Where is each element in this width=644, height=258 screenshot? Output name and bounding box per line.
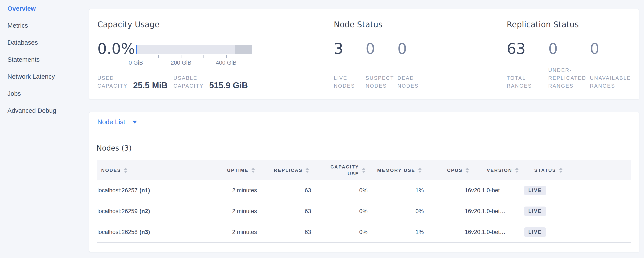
status-badge: LIVE [524, 227, 546, 237]
status-badge: LIVE [524, 207, 546, 216]
column-header-uptime[interactable]: UPTIME [210, 160, 257, 180]
node-status-section: Node Status 3 0 0 LIVE NODES SUSPECT NOD… [334, 9, 506, 99]
used-capacity-stat: USED CAPACITY 25.5 MiB [98, 74, 168, 90]
node-status-values: 3 0 0 [334, 41, 429, 56]
replication-status-title: Replication Status [507, 20, 579, 29]
node-status-title: Node Status [334, 20, 382, 29]
replicas-cell: 63 [257, 201, 311, 222]
column-header-cpus[interactable]: CPUS [424, 160, 471, 180]
usable-capacity-value: 515.9 GiB [209, 81, 248, 90]
status-cell: LIVE [524, 180, 631, 201]
sort-icon [418, 168, 422, 173]
sort-icon [466, 168, 469, 173]
memory-use-cell: 1% [368, 180, 424, 201]
total-ranges-count: 63 [507, 41, 548, 56]
column-header-version[interactable]: VERSION [471, 160, 524, 180]
used-capacity-label: USED CAPACITY [98, 74, 128, 90]
capacity-use-cell: 0% [311, 201, 368, 222]
nodes-table: NODES UPTIME REPLICAS CAPACITY USE MEMOR… [98, 160, 631, 243]
table-row: localhost:26258(n3) 2 minutes 63 0% 1% 1… [98, 222, 631, 243]
replication-values: 63 0 0 [507, 41, 632, 56]
status-badge: LIVE [524, 186, 546, 195]
node-id: (n1) [140, 187, 150, 194]
table-row: localhost:26257(n1) 2 minutes 63 0% 1% 1… [98, 180, 631, 201]
capacity-axis-labels: 0 GiB 200 GiB 400 GiB [136, 60, 252, 66]
sidebar-item-jobs[interactable]: Jobs [0, 85, 87, 102]
cpus-cell: 16 [424, 180, 471, 201]
column-header-capacity-use[interactable]: CAPACITY USE [311, 160, 368, 180]
dead-nodes-count: 0 [398, 41, 429, 56]
node-list-dropdown-label: Node List [98, 118, 125, 126]
used-capacity-value: 25.5 MiB [133, 81, 168, 90]
unavailable-ranges-label: UNAVAILABLE RANGES [590, 74, 632, 90]
node-address-cell[interactable]: localhost:26259(n2) [98, 201, 210, 222]
capacity-bar-reserved-segment [235, 45, 252, 54]
capacity-bar-used-segment [136, 45, 137, 54]
capacity-bar-track [136, 45, 252, 54]
memory-use-cell: 0% [368, 201, 424, 222]
status-cell: LIVE [524, 201, 631, 222]
sort-icon [515, 168, 518, 173]
axis-label: 200 GiB [170, 60, 192, 66]
memory-use-cell: 1% [368, 222, 424, 243]
cpus-cell: 16 [424, 201, 471, 222]
capacity-used-percent: 0.0% [98, 41, 135, 56]
chevron-down-icon [132, 120, 137, 123]
replicas-cell: 63 [257, 222, 311, 243]
axis-label: 400 GiB [216, 60, 236, 66]
node-address-cell[interactable]: localhost:26258(n3) [98, 222, 210, 243]
status-cell: LIVE [524, 222, 631, 243]
capacity-use-cell: 0% [311, 222, 368, 243]
under-replicated-ranges-label: UNDER- REPLICATED RANGES [548, 66, 590, 90]
uptime-cell: 2 minutes [210, 180, 257, 201]
sidebar-item-network-latency[interactable]: Network Latency [0, 68, 87, 85]
version-cell: v20.1.0-bet… [471, 222, 524, 243]
capacity-usage-section: Capacity Usage 0.0% 0 GiB 200 GiB 400 Gi… [98, 9, 333, 99]
live-nodes-label: LIVE NODES [334, 74, 366, 90]
capacity-usage-title: Capacity Usage [98, 20, 160, 29]
sidebar-item-metrics[interactable]: Metrics [0, 17, 87, 34]
usable-capacity-label: USABLE CAPACITY [174, 74, 204, 90]
cockroachdb-overview-page: Overview Metrics Databases Statements Ne… [0, 0, 644, 258]
sort-icon [124, 168, 127, 173]
replicas-cell: 63 [257, 180, 311, 201]
sidebar-item-databases[interactable]: Databases [0, 34, 87, 51]
node-address-cell[interactable]: localhost:26257(n1) [98, 180, 210, 201]
table-header-row: NODES UPTIME REPLICAS CAPACITY USE MEMOR… [98, 160, 631, 180]
capacity-axis-ticks [136, 55, 252, 58]
column-header-status[interactable]: STATUS [524, 160, 631, 180]
capacity-stats: USED CAPACITY 25.5 MiB USABLE CAPACITY 5… [98, 74, 248, 90]
uptime-cell: 2 minutes [210, 222, 257, 243]
nodes-section-title: Nodes (3) [96, 144, 132, 152]
version-cell: v20.1.0-bet… [471, 201, 524, 222]
column-header-nodes[interactable]: NODES [98, 160, 210, 180]
version-cell: v20.1.0-bet… [471, 180, 524, 201]
capacity-bar-chart: 0 GiB 200 GiB 400 GiB [136, 45, 252, 66]
live-nodes-count: 3 [334, 41, 366, 56]
cluster-summary-card: Capacity Usage 0.0% 0 GiB 200 GiB 400 Gi… [89, 9, 639, 99]
node-status-labels: LIVE NODES SUSPECT NODES DEAD NODES [334, 74, 429, 90]
sort-icon [559, 168, 562, 173]
cpus-cell: 16 [424, 222, 471, 243]
column-header-memory-use[interactable]: MEMORY USE [368, 160, 424, 180]
node-list-dropdown[interactable]: Node List [89, 112, 639, 132]
sidebar-item-overview[interactable]: Overview [0, 0, 87, 17]
node-list-card: Node List Nodes (3) NODES UPTIME [89, 112, 639, 252]
sort-icon [252, 168, 255, 173]
sort-icon [306, 168, 309, 173]
sidebar-item-advanced-debug[interactable]: Advanced Debug [0, 102, 87, 119]
node-id: (n3) [140, 229, 150, 235]
sidebar-item-statements[interactable]: Statements [0, 51, 87, 68]
column-header-replicas[interactable]: REPLICAS [257, 160, 311, 180]
usable-capacity-stat: USABLE CAPACITY 515.9 GiB [174, 74, 248, 90]
under-replicated-ranges-count: 0 [548, 41, 590, 56]
node-id: (n2) [140, 208, 150, 214]
sort-icon [362, 168, 366, 173]
replication-labels: TOTAL RANGES UNDER- REPLICATED RANGES UN… [507, 66, 632, 90]
replication-status-section: Replication Status 63 0 0 TOTAL RANGES U… [507, 9, 638, 99]
uptime-cell: 2 minutes [210, 201, 257, 222]
sidebar-nav: Overview Metrics Databases Statements Ne… [0, 0, 87, 258]
unavailable-ranges-count: 0 [590, 41, 632, 56]
suspect-nodes-count: 0 [366, 41, 398, 56]
total-ranges-label: TOTAL RANGES [507, 74, 548, 90]
